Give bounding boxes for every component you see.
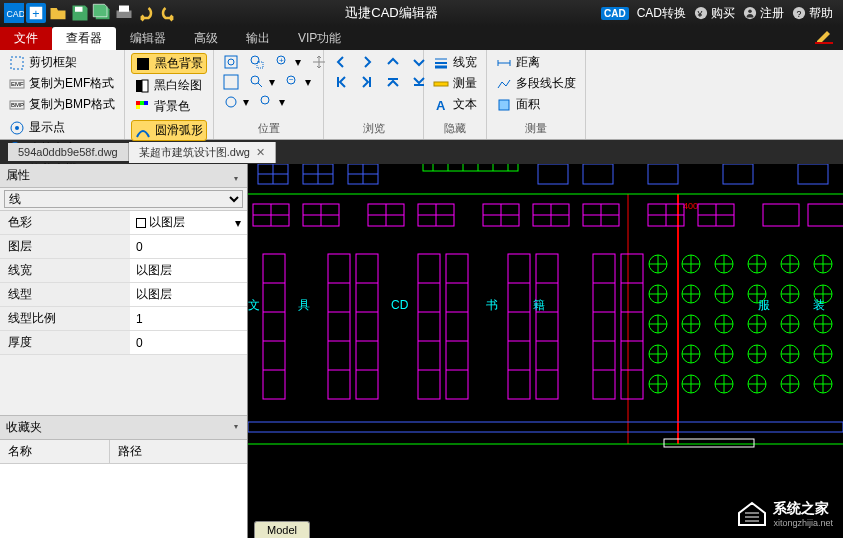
svg-text:EMF: EMF — [11, 81, 24, 87]
bw-draw-button[interactable]: 黑白绘图 — [131, 76, 207, 95]
svg-text:文: 文 — [248, 298, 260, 312]
svg-rect-71 — [798, 164, 828, 184]
ribbon: 剪切框架 EMF复制为EMF格式 BMP复制为BMP格式 显示点 查找文字 修剪… — [0, 50, 843, 140]
menu-viewer[interactable]: 查看器 — [52, 27, 116, 50]
svg-rect-6 — [119, 6, 129, 12]
nav-last-icon[interactable] — [356, 73, 378, 91]
menu-file[interactable]: 文件 — [0, 27, 52, 50]
svg-rect-127 — [418, 254, 440, 399]
close-tab-icon[interactable]: ✕ — [256, 146, 265, 159]
svg-rect-147 — [593, 254, 615, 399]
drawing-canvas[interactable]: 400 — [248, 164, 843, 538]
svg-rect-137 — [508, 254, 530, 399]
undo-icon[interactable] — [136, 3, 156, 23]
prop-color-value[interactable]: 以图层▾ — [130, 211, 247, 234]
svg-text:¥: ¥ — [697, 9, 703, 19]
ribbon-group-hide: 线宽 测量 A文本 隐藏 — [424, 50, 487, 139]
buy-button[interactable]: ¥购买 — [694, 5, 735, 22]
nav-right-icon[interactable] — [356, 53, 378, 71]
zoom-out-icon[interactable]: −▾ — [282, 73, 314, 91]
svg-point-38 — [251, 56, 259, 64]
linewidth-button[interactable]: 线宽 — [430, 53, 480, 72]
favorites-panel-header: 收藏夹 — [0, 415, 247, 440]
prop-layer-value[interactable]: 0 — [130, 235, 247, 258]
zoom-extents-icon[interactable] — [220, 73, 242, 91]
prop-linewidth-value[interactable]: 以图层 — [130, 259, 247, 282]
svg-line-44 — [258, 83, 262, 87]
black-bg-button[interactable]: 黑色背景 — [131, 53, 207, 74]
object-type-select[interactable]: 线 — [4, 190, 243, 208]
prop-linetype-value[interactable]: 以图层 — [130, 283, 247, 306]
ribbon-group-browse: 浏览 — [324, 50, 424, 139]
svg-rect-30 — [136, 105, 140, 109]
pin-icon[interactable] — [231, 171, 241, 181]
app-title: 迅捷CAD编辑器 — [182, 4, 601, 22]
prop-ltscale-value[interactable]: 1 — [130, 307, 247, 330]
menu-vip[interactable]: VIP功能 — [284, 27, 355, 50]
prop-thickness-value[interactable]: 0 — [130, 331, 247, 354]
ribbon-group-measure-label: 测量 — [493, 119, 579, 136]
menu-advanced[interactable]: 高级 — [180, 27, 232, 50]
print-icon[interactable] — [114, 3, 134, 23]
svg-rect-24 — [137, 58, 149, 70]
smooth-arc-button[interactable]: 圆滑弧形 — [131, 120, 207, 141]
prop-ltscale-key: 线型比例 — [0, 307, 130, 330]
svg-text:A: A — [436, 98, 446, 113]
show-point-button[interactable]: 显示点 — [6, 118, 118, 137]
clip-frame-button[interactable]: 剪切框架 — [6, 53, 118, 72]
open-icon[interactable] — [48, 3, 68, 23]
svg-text:+: + — [279, 56, 284, 65]
svg-point-10 — [748, 10, 752, 14]
svg-point-43 — [251, 76, 259, 84]
file-tab-1[interactable]: 594a0ddb9e58f.dwg — [8, 143, 129, 161]
zoom-center-icon[interactable]: ▾ — [256, 93, 288, 111]
file-tab-2[interactable]: 某超市建筑设计图.dwg✕ — [129, 142, 276, 163]
cad-convert-button[interactable]: CAD转换 — [637, 5, 686, 22]
redo-icon[interactable] — [158, 3, 178, 23]
text-button[interactable]: A文本 — [430, 95, 480, 114]
nav-top-icon[interactable] — [382, 73, 404, 91]
model-tab[interactable]: Model — [254, 521, 310, 538]
svg-text:CAD: CAD — [7, 9, 25, 19]
pin-icon[interactable] — [231, 419, 241, 429]
app-icon[interactable]: CAD — [4, 3, 24, 23]
svg-rect-72 — [423, 164, 518, 171]
cad-badge-icon: CAD — [601, 7, 629, 20]
favorites-columns: 名称 路径 — [0, 440, 247, 464]
nav-left-icon[interactable] — [330, 53, 352, 71]
zoom-region-icon[interactable]: ▾ — [246, 73, 278, 91]
svg-text:具: 具 — [298, 298, 310, 312]
polyline-length-button[interactable]: 多段线长度 — [493, 74, 579, 93]
object-type-selector[interactable]: 线 — [0, 188, 247, 211]
area-button[interactable]: 面积 — [493, 95, 579, 114]
svg-text:籍: 籍 — [533, 298, 545, 312]
copy-emf-button[interactable]: EMF复制为EMF格式 — [6, 74, 118, 93]
zoom-window-icon[interactable] — [246, 53, 268, 71]
copy-bmp-button[interactable]: BMP复制为BMP格式 — [6, 95, 118, 114]
new-icon[interactable]: + — [26, 3, 46, 23]
prop-linewidth-key: 线宽 — [0, 259, 130, 282]
svg-rect-4 — [75, 7, 83, 12]
menu-output[interactable]: 输出 — [232, 27, 284, 50]
save-icon[interactable] — [70, 3, 90, 23]
menu-editor[interactable]: 编辑器 — [116, 27, 180, 50]
svg-rect-57 — [499, 100, 509, 110]
svg-rect-14 — [11, 57, 23, 69]
nav-first-icon[interactable] — [330, 73, 352, 91]
nav-up-icon[interactable] — [382, 53, 404, 71]
zoom-in-icon[interactable]: +▾ — [272, 53, 304, 71]
properties-table: 色彩以图层▾ 图层0 线宽以图层 线型以图层 线型比例1 厚度0 — [0, 211, 247, 355]
edit-pencil-button[interactable] — [815, 29, 843, 48]
svg-rect-36 — [225, 56, 237, 68]
measure-button[interactable]: 测量 — [430, 74, 480, 93]
distance-button[interactable]: 距离 — [493, 53, 579, 72]
bg-color-button[interactable]: 背景色 — [131, 97, 207, 116]
register-button[interactable]: 注册 — [743, 5, 784, 22]
svg-point-48 — [261, 96, 269, 104]
svg-point-19 — [15, 126, 19, 130]
zoom-scale-icon[interactable]: ▾ — [220, 93, 252, 111]
help-button[interactable]: ?帮助 — [792, 5, 833, 22]
svg-point-37 — [228, 59, 234, 65]
save-all-icon[interactable] — [92, 3, 112, 23]
zoom-fit-icon[interactable] — [220, 53, 242, 71]
